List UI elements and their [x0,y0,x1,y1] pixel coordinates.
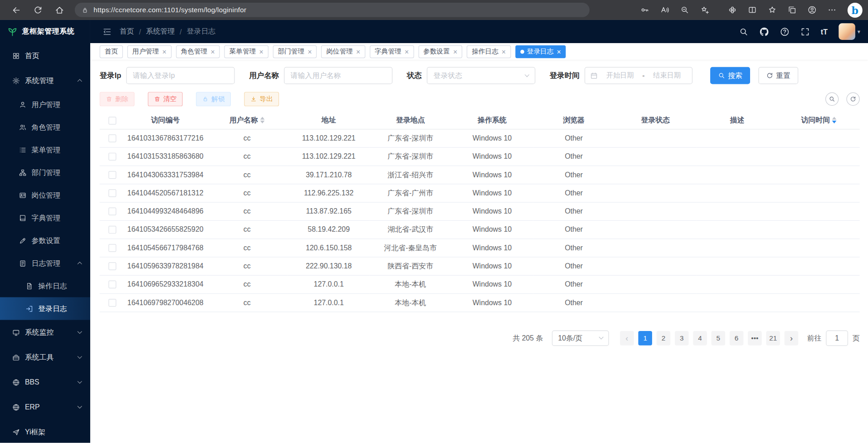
sidebar-item[interactable]: 用户管理 [0,93,90,116]
refresh-table-button[interactable] [846,92,859,106]
page-button[interactable]: 1 [638,331,652,345]
browser-back-icon[interactable] [12,5,21,15]
sidebar-item[interactable]: 岗位管理 [0,184,90,206]
read-aloud-icon[interactable] [660,5,669,15]
sort-icon[interactable] [832,117,837,123]
favorites-icon[interactable] [768,5,777,15]
login-time-range[interactable]: 开始日期 - 结束日期 [585,67,692,84]
row-checkbox[interactable] [108,135,116,142]
tab-item[interactable]: 岗位管理× [321,45,365,58]
app-logo[interactable]: 意框架管理系统 [0,20,90,43]
tab-close-icon[interactable]: × [405,48,409,55]
prev-page-button[interactable]: ‹ [620,331,634,345]
next-page-button[interactable]: › [785,331,799,345]
tab-close-icon[interactable]: × [356,48,360,55]
github-icon[interactable] [759,27,769,36]
status-select[interactable]: 登录状态 [427,67,535,84]
sidebar-item[interactable]: 角色管理 [0,116,90,138]
password-key-icon[interactable] [640,5,649,15]
tab-item[interactable]: 菜单管理× [224,45,268,58]
site-lock-icon[interactable] [81,6,88,14]
sidebar-item[interactable]: 系统工具 [0,345,90,370]
reset-button[interactable]: 重置 [758,67,798,84]
sidebar-item[interactable]: 日志管理 [0,252,90,274]
toggle-search-button[interactable] [825,92,839,106]
sidebar-item[interactable]: 系统管理 [0,68,90,93]
browser-menu-icon[interactable] [828,5,837,15]
sidebar-item[interactable]: 部门管理 [0,161,90,184]
menu-fold-icon[interactable] [102,27,112,36]
collections-icon[interactable] [788,5,797,15]
sidebar-item[interactable]: 首页 [0,43,90,68]
row-checkbox[interactable] [108,263,116,270]
login-ip-input[interactable] [126,67,234,84]
user-avatar[interactable] [839,23,855,40]
page-button[interactable]: 6 [730,331,744,345]
browser-home-icon[interactable] [55,5,64,15]
browser-essentials-icon[interactable] [728,5,737,15]
page-button[interactable]: 21 [766,331,780,345]
export-button[interactable]: 导出 [244,92,279,107]
avatar-caret-icon[interactable]: ▾ [858,29,860,34]
tab-item[interactable]: 用户管理× [127,45,171,58]
column-header[interactable]: 访问时间 [778,111,859,129]
tab-close-icon[interactable]: × [259,48,263,55]
tab-item[interactable]: 部门管理× [273,45,317,58]
breadcrumb-item[interactable]: 系统管理 [146,27,175,37]
tab-item[interactable]: 操作日志× [467,45,511,58]
goto-page-input[interactable] [826,330,848,346]
browser-profile-icon[interactable] [808,5,817,15]
page-button[interactable]: 4 [693,331,707,345]
row-checkbox[interactable] [108,299,116,307]
page-button[interactable]: 3 [675,331,689,345]
column-header[interactable]: 用户名称 [206,111,288,129]
sidebar-item[interactable]: 字典管理 [0,206,90,229]
row-checkbox[interactable] [108,281,116,288]
font-size-icon[interactable]: tT [821,27,828,35]
clear-button[interactable]: 清空 [148,92,183,107]
tab-close-icon[interactable]: × [307,48,312,55]
browser-address-bar[interactable]: https://ccnetcore.com:1101/system/log/lo… [75,3,590,17]
tab-close-icon[interactable]: × [453,48,457,55]
sidebar-item[interactable]: 操作日志 [0,274,90,297]
sidebar-item[interactable]: 菜单管理 [0,138,90,161]
add-favorite-icon[interactable] [700,5,709,15]
row-checkbox[interactable] [108,171,116,179]
tab-close-icon[interactable]: × [557,48,561,55]
page-button[interactable]: 2 [657,331,671,345]
sidebar-item[interactable]: 参数设置 [0,229,90,252]
header-search-icon[interactable] [739,27,748,36]
row-checkbox[interactable] [108,208,116,215]
page-button[interactable]: 5 [712,331,726,345]
row-checkbox[interactable] [108,190,116,197]
row-checkbox[interactable] [108,226,116,234]
split-screen-icon[interactable] [748,5,757,15]
tab-item[interactable]: 字典管理× [370,45,414,58]
sidebar-item[interactable]: 系统监控 [0,320,90,345]
sidebar-item[interactable]: BBS [0,370,90,394]
help-icon[interactable] [780,27,790,36]
page-button[interactable]: ••• [748,331,762,345]
zoom-out-icon[interactable] [680,5,689,15]
breadcrumb-item[interactable]: 首页 [120,27,134,37]
fullscreen-icon[interactable] [800,27,810,36]
sort-icon[interactable] [260,117,265,123]
user-name-input[interactable] [284,67,392,84]
select-all-checkbox[interactable] [108,117,116,124]
row-checkbox[interactable] [108,153,116,161]
tab-item[interactable]: 登录日志× [515,45,566,58]
tab-close-icon[interactable]: × [211,48,215,55]
tab-item[interactable]: 角色管理× [176,45,220,58]
sidebar-item[interactable]: ERP [0,394,90,419]
bing-icon[interactable]: b [848,2,863,17]
sidebar-item[interactable]: 登录日志 [0,297,90,320]
tab-close-icon[interactable]: × [502,48,506,55]
tab-item[interactable]: 参数设置× [418,45,462,58]
unlock-button[interactable]: 解锁 [196,92,231,107]
tab-close-icon[interactable]: × [162,48,166,55]
search-button[interactable]: 搜索 [710,67,750,84]
tab-item[interactable]: 首页 [100,45,123,58]
browser-reload-icon[interactable] [33,5,43,15]
delete-button[interactable]: 删除 [100,92,135,107]
sidebar-item[interactable]: Yi框架 [0,419,90,443]
